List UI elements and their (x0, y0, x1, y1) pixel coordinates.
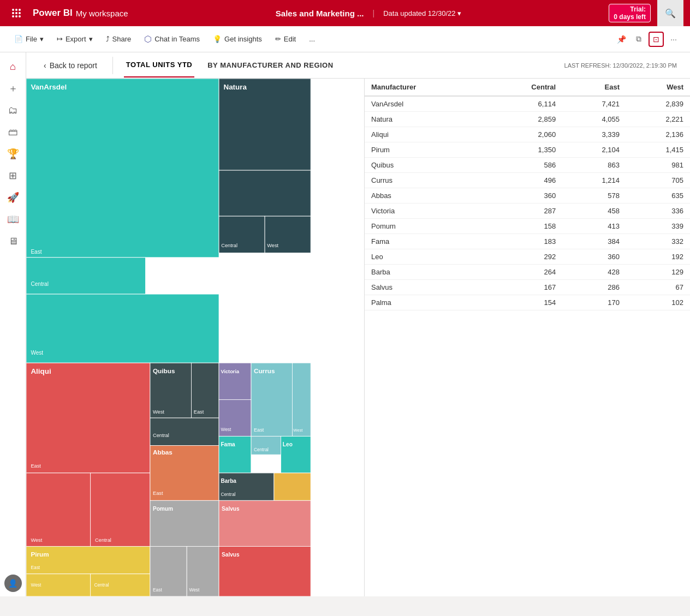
svg-text:VanArsdel: VanArsdel (31, 83, 67, 91)
data-updated: Data updated 12/30/22 ▾ (383, 9, 461, 17)
share-button[interactable]: ⤴ Share (100, 33, 137, 45)
svg-text:Barba: Barba (221, 478, 236, 484)
svg-text:Central: Central (254, 447, 269, 452)
file-chevron: ▾ (40, 35, 44, 43)
sidebar-item-create[interactable]: ＋ (3, 79, 23, 98)
more-visual-options-button[interactable]: ··· (666, 32, 681, 47)
cell-value: 332 (626, 234, 690, 249)
cell-manufacturer: Barba (365, 265, 485, 280)
sidebar-item-goals[interactable]: 🏆 (3, 144, 23, 164)
edit-label: Edit (284, 35, 296, 43)
treemap-svg: VanArsdel East Central West Natura Centr (26, 79, 364, 596)
svg-text:West: West (31, 582, 41, 588)
cell-value: 981 (626, 158, 690, 173)
svg-text:Central: Central (221, 243, 237, 248)
svg-rect-0 (26, 79, 219, 258)
more-options-button[interactable]: ... (304, 33, 320, 45)
svg-text:East: East (31, 249, 41, 255)
cell-manufacturer: Natura (365, 112, 485, 127)
share-icon: ⤴ (106, 35, 110, 43)
export-button[interactable]: ↦ Export ▾ (51, 33, 98, 45)
table-row: Quibus586863981 (365, 158, 690, 173)
file-button[interactable]: 📄 File ▾ (9, 33, 49, 45)
table-row: Palma154170102 (365, 295, 690, 310)
cell-value: 2,221 (626, 112, 690, 127)
main-layout: ⌂ ＋ 🗂 🗃 🏆 ⊞ 🚀 📖 🖥 👤 ‹ Back to report TOT… (0, 52, 690, 596)
focus-mode-button[interactable]: ⊡ (649, 32, 664, 47)
svg-text:Central: Central (94, 582, 109, 588)
cell-value: 287 (485, 204, 562, 219)
cell-manufacturer: Pirum (365, 142, 485, 158)
table-panel: Manufacturer Central East West VanArsdel… (365, 79, 690, 596)
cell-value: 496 (485, 173, 562, 188)
get-insights-button[interactable]: 💡 Get insights (207, 33, 267, 45)
brand: Power BI My workspace (33, 8, 128, 19)
grid-icon (12, 9, 21, 17)
cell-value: 154 (485, 295, 562, 310)
cell-value: 167 (485, 280, 562, 295)
cell-value: 458 (562, 204, 626, 219)
col-manufacturer: Manufacturer (365, 79, 485, 96)
cell-value: 1,415 (626, 142, 690, 158)
sidebar-item-apps[interactable]: ⊞ (3, 166, 23, 186)
top-bar-right: Trial: 0 days left (609, 4, 651, 22)
cell-value: 2,060 (485, 127, 562, 142)
tab-total-units-ytd[interactable]: TOTAL UNITS YTD (124, 53, 194, 77)
cell-value: 67 (626, 280, 690, 295)
cell-value: 7,421 (562, 96, 626, 112)
sidebar-item-data[interactable]: 🗃 (3, 122, 23, 142)
cell-manufacturer: Aliqui (365, 127, 485, 142)
cell-manufacturer: Pomum (365, 219, 485, 234)
sidebar-item-home[interactable]: ⌂ (3, 57, 23, 76)
chevron-down-icon[interactable]: ▾ (457, 9, 461, 17)
search-button[interactable]: 🔍 (657, 0, 683, 26)
sidebar-item-learn[interactable]: 🚀 (3, 188, 23, 207)
cell-value: 428 (562, 265, 626, 280)
cell-value: 360 (562, 249, 626, 265)
cell-value: 1,214 (562, 173, 626, 188)
chat-in-teams-button[interactable]: ⬡ Chat in Teams (139, 32, 205, 46)
svg-text:East: East (31, 565, 40, 570)
cell-value: 2,859 (485, 112, 562, 127)
top-bar: Power BI My workspace Sales and Marketin… (0, 0, 690, 26)
copy-icon-button[interactable]: ⧉ (631, 32, 646, 47)
svg-text:Pirum: Pirum (31, 551, 49, 558)
cell-manufacturer: Currus (365, 173, 485, 188)
cell-value: 192 (626, 249, 690, 265)
edit-button[interactable]: ✏ Edit (270, 33, 301, 45)
sidebar-item-browse[interactable]: 🗂 (3, 100, 23, 120)
svg-text:East: East (153, 587, 162, 593)
svg-text:West: West (153, 409, 164, 415)
pin-icon-button[interactable]: 📌 (614, 32, 629, 47)
svg-rect-5 (26, 294, 219, 363)
sidebar-item-workspaces[interactable]: 🖥 (3, 231, 23, 251)
tab-by-manufacturer-region[interactable]: BY MANUFACTURER AND REGION (205, 53, 335, 77)
svg-text:Victoria: Victoria (221, 369, 240, 374)
svg-text:Central: Central (221, 492, 235, 497)
cell-value: 1,350 (485, 142, 562, 158)
back-label: Back to report (50, 61, 97, 70)
cell-value: 3,339 (562, 127, 626, 142)
cell-manufacturer: Abbas (365, 188, 485, 204)
cell-manufacturer: Leo (365, 249, 485, 265)
share-label: Share (112, 35, 132, 43)
svg-rect-14 (26, 363, 150, 473)
cell-value: 635 (626, 188, 690, 204)
workspace-name[interactable]: My workspace (76, 9, 128, 18)
sidebar-item-docs[interactable]: 📖 (3, 210, 23, 229)
tab2-label: BY MANUFACTURER AND REGION (207, 61, 333, 69)
table-row: Currus4961,214705 (365, 173, 690, 188)
svg-text:West: West (189, 587, 200, 593)
back-to-report-button[interactable]: ‹ Back to report (39, 59, 102, 72)
user-avatar[interactable]: 👤 (4, 575, 22, 592)
svg-text:West: West (31, 537, 42, 543)
cell-value: 286 (562, 280, 626, 295)
cell-value: 578 (562, 188, 626, 204)
file-icon: 📄 (14, 35, 23, 43)
export-label: Export (66, 35, 86, 43)
cell-value: 2,136 (626, 127, 690, 142)
grid-menu-button[interactable] (7, 3, 26, 23)
treemap-container[interactable]: VanArsdel East Central West Natura Centr (26, 79, 365, 596)
cell-value: 264 (485, 265, 562, 280)
table-row: Leo292360192 (365, 249, 690, 265)
